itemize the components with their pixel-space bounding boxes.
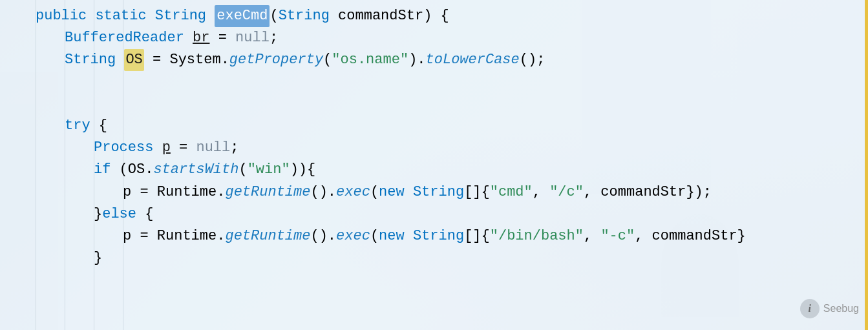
method-getruntime-2: getRuntime: [225, 225, 310, 247]
code-line-2: BufferedReader br = null ;: [0, 27, 868, 49]
comma-4: , commandStr}: [635, 225, 746, 247]
seebug-label: Seebug: [823, 301, 859, 317]
code-line-runtime-win: p = Runtime. getRuntime (). exec ( new S…: [0, 181, 868, 203]
str-cmd: "cmd": [490, 181, 533, 203]
seebug-icon-letter: i: [809, 301, 811, 317]
assign-2: = System.: [144, 49, 229, 71]
guide-line-4: [123, 0, 123, 330]
assign-p1: p = Runtime.: [123, 181, 225, 203]
keyword-null-1: null: [235, 27, 270, 49]
keyword-public: public: [36, 5, 95, 27]
punct-7: (: [370, 181, 379, 203]
str-dashc: "-c": [600, 225, 635, 247]
code-line-3: String OS = System. getProperty ( "os.na…: [0, 49, 868, 71]
code-panel: public static String exeCmd ( String com…: [0, 0, 868, 330]
code-line-close: }: [0, 247, 868, 269]
punct-2: (: [323, 49, 332, 71]
method-getproperty: getProperty: [229, 49, 323, 71]
method-tolowercase: toLowerCase: [426, 49, 520, 71]
code-line-1: public static String exeCmd ( String com…: [0, 5, 868, 27]
method-name-highlight: exeCmd: [215, 5, 270, 27]
empty-lines: [0, 71, 868, 115]
arr-2: []{: [464, 225, 490, 247]
method-exec-1: exec: [336, 181, 370, 203]
else-brace: {: [136, 203, 153, 225]
semi-1: ;: [270, 27, 278, 49]
try-brace: {: [90, 115, 107, 137]
keyword-process: Process: [94, 137, 162, 159]
punct-8: ().: [310, 225, 336, 247]
code-line-runtime-bash: p = Runtime. getRuntime (). exec ( new S…: [0, 225, 868, 247]
keyword-null-2: null: [196, 137, 230, 159]
semi-2: ;: [230, 137, 238, 159]
punct-6: ().: [310, 181, 336, 203]
accent-bar: [865, 0, 868, 330]
seebug-logo-icon: i: [800, 299, 820, 318]
str-slashc: "/c": [549, 181, 584, 203]
punct-3: ).: [408, 49, 425, 71]
str-win: "win": [248, 159, 290, 181]
keyword-string-2: String: [279, 5, 330, 27]
comma-2: , commandStr});: [584, 181, 712, 203]
keyword-new-1: new: [379, 181, 405, 203]
var-br: br: [193, 27, 209, 49]
code-area: public static String exeCmd ( String com…: [0, 0, 868, 274]
method-exec-2: exec: [336, 225, 370, 247]
var-p: p: [162, 137, 171, 159]
str-os-name: "os.name": [332, 49, 408, 71]
if-cond-open: (OS.: [111, 159, 153, 181]
close-brace-1: }: [94, 203, 102, 225]
keyword-string-3: String: [65, 49, 124, 71]
keyword-if: if: [94, 159, 111, 181]
keyword-new-2: new: [379, 225, 405, 247]
method-getruntime-1: getRuntime: [225, 181, 310, 203]
seebug-watermark: i Seebug: [800, 299, 859, 318]
space-2: [405, 225, 413, 247]
assign-1: =: [209, 27, 235, 49]
punct-5: (: [238, 159, 247, 181]
method-startswith: startsWith: [153, 159, 238, 181]
close-brace-2: }: [94, 247, 102, 269]
arr-1: []{: [464, 181, 490, 203]
comma-3: ,: [584, 225, 600, 247]
if-cond-close: )){: [290, 159, 316, 181]
assign-3: =: [171, 137, 196, 159]
param-1: commandStr) {: [330, 5, 449, 27]
punct-4: ();: [520, 49, 545, 71]
guide-line-3: [94, 0, 94, 330]
keyword-else: else: [102, 203, 136, 225]
str-binbash: "/bin/bash": [490, 225, 584, 247]
space-1: [405, 181, 413, 203]
code-line-else: } else {: [0, 203, 868, 225]
keyword-static: static: [95, 5, 154, 27]
comma-1: ,: [533, 181, 549, 203]
guide-line-2: [65, 0, 65, 330]
code-line-process: Process p = null ;: [0, 137, 868, 159]
keyword-string-1: String: [155, 5, 215, 27]
code-line-try: try {: [0, 115, 868, 137]
guide-line-1: [36, 0, 36, 330]
punct-1: (: [270, 5, 278, 27]
code-line-if: if (OS. startsWith ( "win" )){: [0, 159, 868, 181]
punct-9: (: [370, 225, 379, 247]
keyword-string-arr-1: String: [413, 181, 464, 203]
keyword-bufferedreader: BufferedReader: [65, 27, 193, 49]
var-os-highlight: OS: [124, 49, 143, 71]
assign-p2: p = Runtime.: [123, 225, 225, 247]
keyword-string-arr-2: String: [413, 225, 464, 247]
keyword-try: try: [65, 115, 90, 137]
